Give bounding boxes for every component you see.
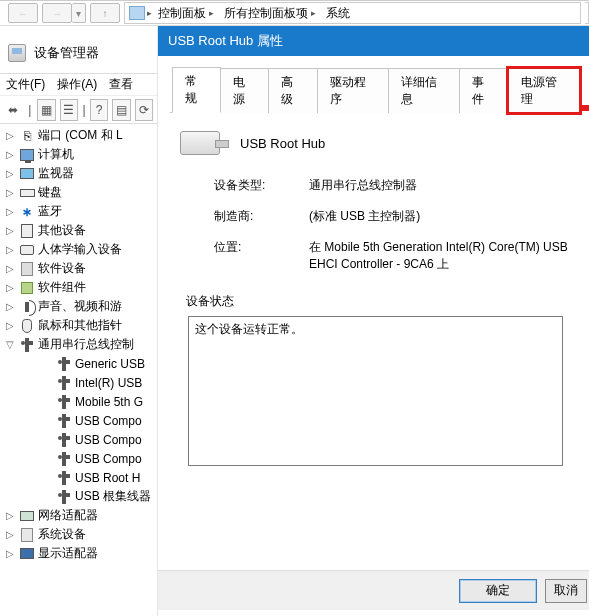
tree-bluetooth[interactable]: 蓝牙 bbox=[38, 203, 62, 220]
toolbar-btn-1[interactable]: ▦ bbox=[37, 99, 55, 121]
tab-advanced[interactable]: 高级 bbox=[268, 68, 317, 113]
ok-button[interactable]: 确定 bbox=[459, 579, 537, 603]
tree-usb-controllers[interactable]: 通用串行总线控制 bbox=[38, 336, 134, 353]
ports-icon bbox=[19, 128, 35, 144]
tree-display[interactable]: 显示适配器 bbox=[38, 545, 98, 562]
device-name: USB Root Hub bbox=[240, 136, 325, 151]
toolbar: ⬌ | ▦ ☰ | ? ▤ ⟳ bbox=[0, 96, 157, 124]
tab-power-management[interactable]: 电源管理 bbox=[508, 68, 580, 113]
menu-action[interactable]: 操作(A) bbox=[57, 76, 97, 93]
device-manager-header: 设备管理器 bbox=[0, 32, 157, 74]
tree-ports[interactable]: 端口 (COM 和 L bbox=[38, 127, 123, 144]
dialog-title-bar[interactable]: USB Root Hub 属性 bbox=[158, 26, 589, 56]
search-box-fragment[interactable] bbox=[585, 2, 589, 24]
sound-icon bbox=[19, 299, 35, 315]
tree-usb-child[interactable]: USB Compo bbox=[0, 430, 157, 449]
tree-other[interactable]: 其他设备 bbox=[38, 222, 86, 239]
usb-hub-icon bbox=[180, 131, 220, 155]
usb-device-icon bbox=[56, 413, 72, 429]
toolbar-back-icon[interactable]: ⬌ bbox=[4, 99, 22, 121]
value-manufacturer: (标准 USB 主控制器) bbox=[309, 208, 571, 225]
tab-panel-general: USB Root Hub 设备类型: 通用串行总线控制器 制造商: (标准 US… bbox=[158, 113, 589, 476]
tree-sysdev[interactable]: 系统设备 bbox=[38, 526, 86, 543]
device-status-box[interactable]: 这个设备运转正常。 bbox=[188, 316, 563, 466]
menu-bar: 文件(F) 操作(A) 查看 bbox=[0, 74, 157, 96]
tree-usb-child[interactable]: USB Root H bbox=[0, 468, 157, 487]
nav-back-button[interactable]: ← bbox=[8, 3, 38, 23]
device-manager-title: 设备管理器 bbox=[34, 44, 99, 62]
network-icon bbox=[19, 508, 35, 524]
toolbar-help-icon[interactable]: ? bbox=[90, 99, 108, 121]
monitor-icon bbox=[19, 166, 35, 182]
tree-sound[interactable]: 声音、视频和游 bbox=[38, 298, 122, 315]
value-location: 在 Mobile 5th Generation Intel(R) Core(TM… bbox=[309, 239, 571, 273]
mouse-icon bbox=[19, 318, 35, 334]
tree-usb-child[interactable]: Intel(R) USB bbox=[0, 373, 157, 392]
tree-usb-child[interactable]: Generic USB bbox=[0, 354, 157, 373]
tree-keyboard[interactable]: 键盘 bbox=[38, 184, 62, 201]
sysdev-icon bbox=[19, 527, 35, 543]
bluetooth-icon: ∗ bbox=[19, 204, 35, 220]
properties-dialog: USB Root Hub 属性 常规 电源 高级 驱动程序 详细信息 事件 电源… bbox=[158, 26, 589, 616]
breadcrumb-seg-2[interactable]: 所有控制面板项▸ bbox=[220, 5, 320, 22]
usb-controller-icon bbox=[19, 337, 35, 353]
device-manager-icon bbox=[8, 44, 26, 62]
usb-device-icon bbox=[56, 489, 72, 505]
nav-forward-button[interactable]: → bbox=[42, 3, 72, 23]
usb-device-icon bbox=[56, 451, 72, 467]
label-manufacturer: 制造商: bbox=[214, 208, 309, 225]
tab-power[interactable]: 电源 bbox=[220, 68, 269, 113]
usb-device-icon bbox=[56, 470, 72, 486]
device-tree[interactable]: ▷端口 (COM 和 L ▷计算机 ▷监视器 ▷键盘 ▷∗蓝牙 ▷其他设备 ▷人… bbox=[0, 124, 157, 616]
tree-hid[interactable]: 人体学输入设备 bbox=[38, 241, 122, 258]
usb-device-icon bbox=[56, 394, 72, 410]
usb-device-icon bbox=[56, 375, 72, 391]
softdev-icon bbox=[19, 261, 35, 277]
device-manager-pane: 设备管理器 文件(F) 操作(A) 查看 ⬌ | ▦ ☰ | ? ▤ ⟳ ▷端口… bbox=[0, 26, 158, 616]
usb-device-icon bbox=[56, 356, 72, 372]
nav-up-button[interactable]: ↑ bbox=[90, 3, 120, 23]
nav-history-dropdown[interactable]: ▾ bbox=[72, 3, 86, 23]
explorer-nav-bar: ← → ▾ ↑ ▸ 控制面板▸ 所有控制面板项▸ 系统 bbox=[0, 0, 589, 26]
tree-mouse[interactable]: 鼠标和其他指针 bbox=[38, 317, 122, 334]
toolbar-btn-2[interactable]: ☰ bbox=[60, 99, 78, 121]
control-panel-icon bbox=[129, 6, 145, 20]
breadcrumb-seg-1[interactable]: 控制面板▸ bbox=[154, 5, 218, 22]
other-icon bbox=[19, 223, 35, 239]
tree-usb-child[interactable]: USB Compo bbox=[0, 411, 157, 430]
tree-usb-child[interactable]: USB 根集线器 bbox=[0, 487, 157, 506]
display-icon bbox=[19, 546, 35, 562]
address-bar[interactable]: ▸ 控制面板▸ 所有控制面板项▸ 系统 bbox=[124, 2, 581, 24]
toolbar-btn-3[interactable]: ▤ bbox=[112, 99, 130, 121]
menu-view[interactable]: 查看 bbox=[109, 76, 133, 93]
dialog-footer: 确定 取消 bbox=[158, 570, 589, 610]
tree-usb-child[interactable]: USB Compo bbox=[0, 449, 157, 468]
breadcrumb-seg-3[interactable]: 系统 bbox=[322, 5, 354, 22]
softcomp-icon bbox=[19, 280, 35, 296]
tab-general[interactable]: 常规 bbox=[172, 67, 221, 113]
usb-device-icon bbox=[56, 432, 72, 448]
label-location: 位置: bbox=[214, 239, 309, 273]
value-device-type: 通用串行总线控制器 bbox=[309, 177, 571, 194]
tree-network[interactable]: 网络适配器 bbox=[38, 507, 98, 524]
tree-softcomp[interactable]: 软件组件 bbox=[38, 279, 86, 296]
device-status-text: 这个设备运转正常。 bbox=[195, 322, 303, 336]
label-device-type: 设备类型: bbox=[214, 177, 309, 194]
hid-icon bbox=[19, 242, 35, 258]
chevron-right-icon: ▸ bbox=[147, 8, 152, 18]
tab-details[interactable]: 详细信息 bbox=[388, 68, 460, 113]
tree-softdev[interactable]: 软件设备 bbox=[38, 260, 86, 277]
cancel-button[interactable]: 取消 bbox=[545, 579, 587, 603]
tree-computer[interactable]: 计算机 bbox=[38, 146, 74, 163]
toolbar-btn-4[interactable]: ⟳ bbox=[135, 99, 153, 121]
tab-strip: 常规 电源 高级 驱动程序 详细信息 事件 电源管理 bbox=[170, 66, 579, 113]
label-device-status: 设备状态 bbox=[186, 293, 571, 310]
keyboard-icon bbox=[19, 185, 35, 201]
tab-driver[interactable]: 驱动程序 bbox=[317, 68, 389, 113]
tree-monitor[interactable]: 监视器 bbox=[38, 165, 74, 182]
menu-file[interactable]: 文件(F) bbox=[6, 76, 45, 93]
tab-events[interactable]: 事件 bbox=[459, 68, 508, 113]
computer-icon bbox=[19, 147, 35, 163]
dialog-title: USB Root Hub 属性 bbox=[168, 32, 283, 50]
tree-usb-child[interactable]: Mobile 5th G bbox=[0, 392, 157, 411]
